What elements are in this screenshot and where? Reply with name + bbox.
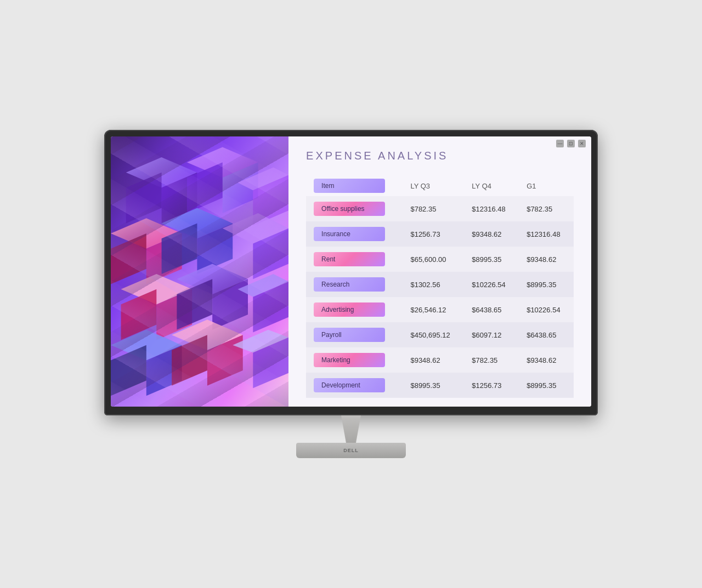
svg-marker-26 (146, 345, 182, 396)
item-header-cell: Item (314, 179, 385, 193)
col-header-lyq4: LY Q4 (464, 173, 519, 196)
monitor-screen: — ⊡ ✕ (111, 136, 591, 407)
g1-cell: $12316.48 (519, 221, 574, 247)
svg-marker-29 (207, 335, 243, 386)
item-label: Office supplies (314, 202, 385, 216)
item-cell: Office supplies (306, 196, 403, 221)
lyq4-cell: $6438.65 (464, 297, 519, 322)
lyq4-cell: $1256.73 (464, 373, 519, 398)
svg-marker-8 (253, 175, 288, 226)
svg-marker-11 (111, 233, 146, 284)
svg-marker-2 (162, 173, 197, 224)
item-cell: Development (306, 373, 403, 398)
report-panel: EXPENSE ANALYSIS Item LY Q3 LY Q4 G1 (288, 136, 591, 407)
item-label: Rent (314, 252, 385, 266)
svg-marker-7 (238, 168, 289, 191)
svg-marker-9 (111, 218, 182, 249)
svg-marker-15 (223, 213, 288, 244)
item-label: Development (314, 378, 385, 392)
lyq3-cell: $1256.73 (403, 221, 464, 247)
report-title: EXPENSE ANALYSIS (306, 150, 574, 162)
lyq3-cell: $8995.35 (403, 373, 464, 398)
svg-marker-32 (253, 338, 288, 389)
svg-marker-22 (177, 279, 212, 330)
table-body: Office supplies $782.35 $12316.48 $782.3… (306, 196, 574, 398)
lyq3-cell: $782.35 (403, 196, 464, 221)
lyq4-cell: $10226.54 (464, 272, 519, 297)
monitor-bezel: — ⊡ ✕ (104, 130, 598, 415)
item-cell: Rent (306, 247, 403, 272)
svg-marker-31 (233, 330, 288, 353)
g1-cell: $9348.62 (519, 247, 574, 272)
g1-cell: $782.35 (519, 196, 574, 221)
svg-marker-21 (212, 279, 248, 330)
table-row: Payroll $450,695.12 $6097.12 $6438.65 (306, 322, 574, 347)
item-cell: Marketing (306, 347, 403, 373)
table-row: Advertising $26,546.12 $6438.65 $10226.5… (306, 297, 574, 322)
item-label: Marketing (314, 353, 385, 367)
svg-marker-16 (253, 229, 288, 279)
item-label: Insurance (314, 227, 385, 241)
table-row: Rent $65,600.00 $8995.35 $9348.62 (306, 247, 574, 272)
table-header-row: Item LY Q3 LY Q4 G1 (306, 173, 574, 196)
svg-marker-28 (172, 319, 243, 350)
svg-marker-30 (172, 335, 207, 386)
g1-cell: $9348.62 (519, 347, 574, 373)
item-cell: Insurance (306, 221, 403, 247)
svg-marker-4 (187, 147, 258, 178)
lyq4-cell: $12316.48 (464, 196, 519, 221)
expense-table: Item LY Q3 LY Q4 G1 Office supplies $782… (306, 173, 574, 398)
table-row: Marketing $9348.62 $782.35 $9348.62 (306, 347, 574, 373)
svg-marker-27 (111, 345, 146, 396)
col-header-item: Item (306, 173, 403, 196)
restore-button[interactable]: ⊡ (567, 140, 575, 147)
item-label: Advertising (314, 302, 385, 317)
lyq4-cell: $8995.35 (464, 247, 519, 272)
table-row: Research $1302.56 $10226.54 $8995.35 (306, 272, 574, 297)
item-cell: Payroll (306, 322, 403, 347)
lyq3-cell: $450,695.12 (403, 322, 464, 347)
table-row: Insurance $1256.73 $9348.62 $12316.48 (306, 221, 574, 247)
lyq3-cell: $9348.62 (403, 347, 464, 373)
col-header-g1: G1 (519, 173, 574, 196)
svg-marker-25 (111, 330, 182, 361)
g1-cell: $8995.35 (519, 272, 574, 297)
monitor-neck (335, 415, 367, 443)
svg-marker-10 (146, 233, 182, 284)
svg-marker-3 (126, 173, 162, 224)
col-header-lyq3: LY Q3 (403, 173, 464, 196)
svg-marker-19 (121, 289, 157, 340)
lyq3-cell: $26,546.12 (403, 297, 464, 322)
svg-marker-17 (121, 274, 193, 305)
svg-marker-18 (156, 289, 192, 340)
g1-cell: $10226.54 (519, 297, 574, 322)
lyq3-cell: $1302.56 (403, 272, 464, 297)
item-cell: Advertising (306, 297, 403, 322)
dell-logo: DELL (343, 448, 359, 453)
close-button[interactable]: ✕ (578, 140, 586, 147)
table-row: Development $8995.35 $1256.73 $8995.35 (306, 373, 574, 398)
item-label: Payroll (314, 328, 385, 342)
svg-marker-13 (197, 224, 233, 275)
svg-marker-1 (126, 157, 197, 188)
svg-rect-0 (111, 136, 288, 407)
svg-marker-24 (253, 282, 288, 333)
svg-marker-5 (223, 162, 258, 213)
monitor-wrapper: — ⊡ ✕ (104, 130, 598, 458)
item-label: Research (314, 277, 385, 292)
lyq3-cell: $65,600.00 (403, 247, 464, 272)
svg-marker-6 (187, 162, 223, 213)
svg-marker-20 (177, 264, 248, 295)
lyq4-cell: $9348.62 (464, 221, 519, 247)
lyq4-cell: $6097.12 (464, 322, 519, 347)
svg-marker-12 (162, 208, 233, 239)
decorative-panel (111, 136, 288, 407)
lyq4-cell: $782.35 (464, 347, 519, 373)
table-row: Office supplies $782.35 $12316.48 $782.3… (306, 196, 574, 221)
monitor-base: DELL (296, 443, 406, 458)
minimize-button[interactable]: — (556, 140, 564, 147)
svg-marker-23 (238, 274, 289, 297)
g1-cell: $6438.65 (519, 322, 574, 347)
g1-cell: $8995.35 (519, 373, 574, 398)
svg-marker-14 (162, 224, 197, 275)
